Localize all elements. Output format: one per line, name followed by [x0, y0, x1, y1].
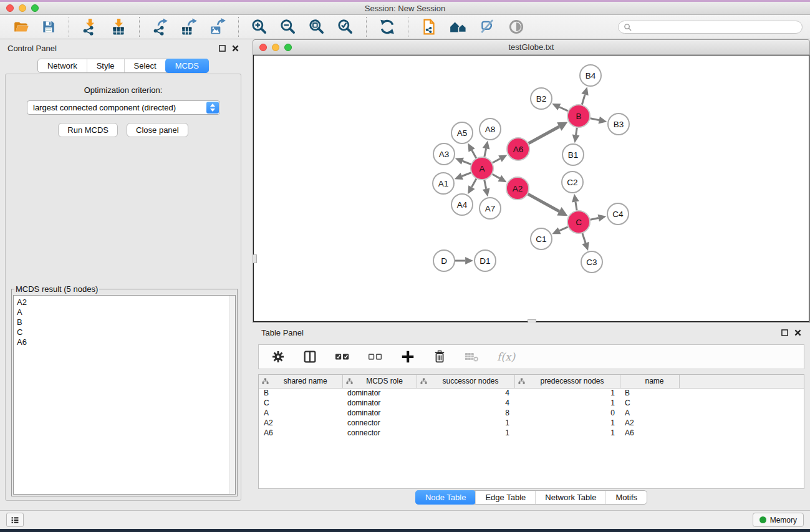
show-columns-button[interactable]: [299, 348, 321, 365]
import-network-button[interactable]: [77, 17, 102, 37]
float-panel-icon[interactable]: [219, 45, 226, 52]
export-table-button[interactable]: [176, 17, 201, 37]
table-row[interactable]: Adominator80A: [259, 408, 804, 418]
graph-edge-A6-B[interactable]: [529, 127, 559, 143]
table-cell[interactable]: 8: [417, 408, 514, 418]
graph-edge-A-A3[interactable]: [463, 161, 471, 164]
mcds-result-item[interactable]: A: [17, 307, 235, 317]
graph-edge-C-C2[interactable]: [576, 202, 577, 211]
table-row[interactable]: Bdominator41B: [259, 388, 804, 398]
search-input[interactable]: [632, 22, 797, 32]
zoom-out-button[interactable]: [276, 17, 301, 37]
tab-node-table[interactable]: Node Table: [415, 490, 476, 505]
graph-edge-A-A8[interactable]: [485, 148, 486, 157]
column-header-shared-name[interactable]: shared name: [259, 375, 342, 388]
add-row-button[interactable]: [397, 348, 419, 365]
column-header-MCDS-role[interactable]: MCDS role: [342, 375, 417, 388]
graph-edge-B-B1[interactable]: [576, 128, 577, 135]
search-field[interactable]: [618, 21, 803, 34]
save-session-button[interactable]: [37, 17, 60, 36]
graph-edge-A-A6[interactable]: [493, 159, 500, 163]
graph-edge-A2-C[interactable]: [528, 194, 559, 211]
table-cell[interactable]: 4: [417, 398, 514, 408]
export-image-button[interactable]: [205, 17, 230, 37]
tab-motifs[interactable]: Motifs: [605, 491, 647, 504]
task-history-button[interactable]: [6, 513, 24, 527]
graph-edge-B-B4[interactable]: [582, 95, 585, 105]
tab-select[interactable]: Select: [124, 59, 166, 72]
tab-edge-table[interactable]: Edge Table: [475, 491, 535, 504]
graph-edge-A-A1[interactable]: [462, 173, 471, 177]
node-table[interactable]: shared nameMCDS rolesuccessor nodesprede…: [258, 374, 804, 489]
zoom-fit-button[interactable]: [304, 17, 329, 37]
zoom-selected-button[interactable]: [333, 17, 358, 37]
graph-edge-B-B2[interactable]: [559, 107, 568, 110]
table-row[interactable]: Cdominator41C: [259, 398, 804, 408]
table-cell[interactable]: A: [259, 408, 342, 418]
delete-row-button[interactable]: [428, 348, 451, 365]
table-row[interactable]: A6connector11A6: [259, 428, 804, 438]
close-panel-icon[interactable]: [232, 45, 239, 52]
table-cell[interactable]: connector: [342, 428, 417, 438]
tab-network-table[interactable]: Network Table: [535, 491, 605, 504]
column-header-predecessor-nodes[interactable]: predecessor nodes: [514, 375, 620, 388]
refresh-button[interactable]: [375, 17, 400, 37]
tab-style[interactable]: Style: [87, 59, 124, 72]
table-cell[interactable]: 1: [417, 428, 514, 438]
float-panel-icon[interactable]: [781, 329, 788, 336]
mcds-result-item[interactable]: B: [17, 317, 235, 327]
mcds-result-item[interactable]: A6: [17, 337, 235, 347]
table-cell[interactable]: A2: [620, 418, 679, 428]
mcds-result-list[interactable]: A2ABCA6: [13, 295, 236, 495]
close-panel-icon[interactable]: [794, 329, 801, 336]
select-all-button[interactable]: [330, 348, 354, 365]
graph-edge-A-A2[interactable]: [493, 174, 500, 178]
memory-button[interactable]: Memory: [753, 513, 804, 527]
deselect-all-button[interactable]: [364, 348, 387, 365]
open-session-button[interactable]: [9, 17, 33, 36]
network-canvas[interactable]: B4B2BB3A8A5A6A3B1AC2A1A2A4A7C4CC1C3DD1: [253, 55, 809, 322]
table-cell[interactable]: 1: [417, 418, 514, 428]
graph-edge-A-A4[interactable]: [471, 179, 476, 187]
mcds-result-item[interactable]: C: [17, 327, 235, 337]
table-cell[interactable]: connector: [342, 418, 417, 428]
table-cell[interactable]: A6: [620, 428, 679, 438]
table-cell[interactable]: 1: [514, 418, 620, 428]
graph-edge-A-A7[interactable]: [485, 180, 486, 189]
show-hide-labels-button[interactable]: [475, 17, 500, 37]
column-header-successor-nodes[interactable]: successor nodes: [417, 375, 514, 388]
table-cell[interactable]: dominator: [342, 388, 417, 398]
table-cell[interactable]: B: [259, 388, 342, 398]
zoom-in-button[interactable]: [247, 17, 272, 37]
table-cell[interactable]: C: [620, 398, 679, 408]
bird-eye-view-button[interactable]: [504, 17, 529, 37]
table-cell[interactable]: A2: [259, 418, 342, 428]
function-builder-button[interactable]: f(x): [493, 349, 519, 364]
table-cell[interactable]: B: [620, 388, 679, 398]
scrollbar-track[interactable]: [229, 296, 235, 494]
close-panel-button[interactable]: Close panel: [127, 123, 188, 137]
graph-edge-C-C3[interactable]: [582, 233, 586, 243]
tab-network[interactable]: Network: [38, 59, 87, 72]
network-graph[interactable]: B4B2BB3A8A5A6A3B1AC2A1A2A4A7C4CC1C3DD1: [254, 56, 810, 322]
run-mcds-button[interactable]: Run MCDS: [58, 123, 118, 137]
export-network-button[interactable]: [148, 17, 173, 37]
graph-edge-A-A5[interactable]: [472, 150, 476, 158]
column-header-name[interactable]: name: [620, 375, 679, 388]
table-cell[interactable]: dominator: [342, 408, 417, 418]
table-cell[interactable]: 0: [514, 408, 620, 418]
table-row[interactable]: A2connector11A2: [259, 418, 804, 428]
clone-network-button[interactable]: [417, 17, 441, 37]
table-cell[interactable]: dominator: [342, 398, 417, 408]
mcds-result-item[interactable]: A2: [17, 297, 235, 307]
network-window-titlebar[interactable]: testGlobe.txt: [253, 40, 809, 55]
splitter-handle-left[interactable]: [253, 254, 257, 263]
tab-mcds[interactable]: MCDS: [165, 59, 209, 73]
table-cell[interactable]: A: [620, 408, 679, 418]
optimization-criterion-dropdown[interactable]: largest connected component (directed): [27, 100, 220, 115]
graph-edge-C-C1[interactable]: [559, 227, 568, 231]
table-options-button[interactable]: [267, 348, 289, 365]
home-layout-button[interactable]: [445, 17, 471, 37]
table-cell[interactable]: C: [259, 398, 342, 408]
delete-table-button[interactable]: [460, 348, 484, 365]
